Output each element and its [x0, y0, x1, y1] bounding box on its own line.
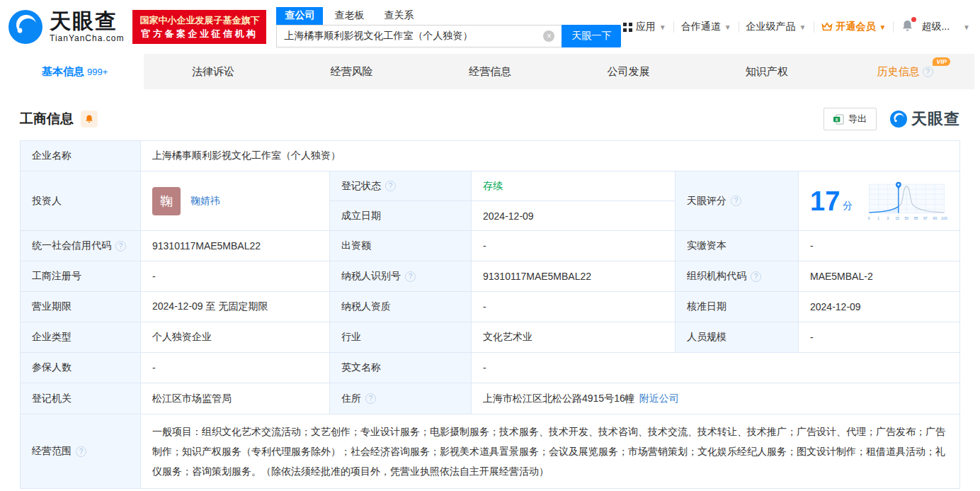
field-label-staff-size: 人员规模 [676, 322, 799, 353]
company-nav-tabs: 基本信息 999+ 法律诉讼 经营风险 经营信息 公司发展 知识产权 历史信息 … [6, 54, 974, 89]
field-value-reg-number: - [141, 261, 330, 292]
field-value-establish-date: 2024-12-09 [472, 201, 676, 231]
tianyancha-logo[interactable]: 天眼查 TianYanCha.com [7, 9, 124, 45]
field-label-taxpayer-qualification: 纳税人资质 [330, 292, 472, 322]
help-icon[interactable]: ? [385, 181, 396, 191]
field-label-paid-capital: 实缴资本 [676, 231, 799, 261]
field-value-tianyan-score: 17 分 [799, 171, 960, 231]
field-label-reg-number: 工商注册号 [21, 261, 141, 292]
search-tabs: 查公司 查老板 查关系 [276, 6, 621, 25]
help-icon[interactable]: ? [405, 271, 416, 282]
vip-badge: VIP [933, 57, 950, 66]
field-label-org-code: 组织机构代码 ? [676, 261, 799, 292]
field-value-insured-count: - [141, 353, 330, 383]
chevron-down-icon: ▼ [879, 23, 887, 31]
svg-text:x: x [836, 116, 838, 121]
field-value-org-code: MAE5MBAL-2 [799, 261, 960, 292]
tab-count-badge: 999+ [87, 67, 108, 77]
field-label-address: 住所 ? [330, 383, 472, 414]
tab-basic-info[interactable]: 基本信息 999+ [6, 54, 144, 89]
tab-intellectual-property[interactable]: 知识产权 [697, 54, 836, 89]
field-value-capital-contribution: - [472, 231, 676, 261]
watermark-logo: 天眼查 [889, 108, 960, 130]
monitor-bell-button[interactable] [81, 111, 98, 128]
field-label-taxpayer-id: 纳税人识别号 ? [330, 261, 472, 292]
notifications-button[interactable] [901, 19, 914, 35]
divider [814, 21, 814, 33]
field-value-business-term: 2024-12-09 至 无固定期限 [141, 292, 330, 322]
divider [739, 21, 739, 33]
tab-legal-proceedings[interactable]: 法律诉讼 [144, 54, 282, 89]
field-value-paid-capital: - [799, 231, 960, 261]
field-label-industry: 行业 [330, 322, 472, 353]
field-label-establish-date: 成立日期 [330, 201, 472, 231]
menu-item-membership[interactable]: 开通会员 ▼ [821, 21, 887, 33]
score-axis-label: 97 [923, 215, 928, 220]
help-icon[interactable]: ? [923, 67, 933, 77]
field-label-investor: 投资人 [21, 171, 141, 231]
investor-link[interactable]: 鞠婧祎 [190, 195, 220, 208]
page: 天眼查 TianYanCha.com 国家中小企业发展子基金旗下 官方备案企业征… [0, 0, 980, 491]
field-label-business-term: 营业期限 [21, 292, 141, 322]
score-unit: 分 [843, 200, 853, 213]
menu-item-cooperation[interactable]: 合作通道 ▼ [681, 21, 731, 33]
divider [673, 21, 674, 33]
search-tab-company[interactable]: 查公司 [276, 7, 323, 25]
help-icon[interactable]: ? [115, 241, 126, 252]
search-button[interactable]: 天眼一下 [562, 25, 621, 47]
tab-operation-info[interactable]: 经营信息 [421, 54, 559, 89]
tab-company-development[interactable]: 公司发展 [559, 54, 697, 89]
tab-history-info[interactable]: 历史信息 ? VIP [836, 54, 974, 89]
search-area: 查公司 查老板 查关系 × 天眼一下 [276, 6, 621, 47]
menu-item-apps[interactable]: 应用 ▼ [623, 21, 666, 33]
help-icon[interactable]: ? [731, 196, 741, 206]
field-label-company-name: 企业名称 [21, 141, 141, 171]
export-button[interactable]: x 导出 [824, 108, 877, 130]
divider [893, 21, 894, 33]
field-value-company-name: 上海橘事顺利影视文化工作室（个人独资） [141, 141, 960, 171]
crown-icon [821, 22, 833, 32]
main-content: 工商信息 x 导出 [0, 108, 980, 489]
tianyancha-logo-icon [889, 110, 908, 128]
nearby-companies-link[interactable]: 附近公司 [639, 393, 679, 405]
bell-icon [84, 114, 94, 124]
score-axis-label: 50 [905, 215, 909, 220]
score-axis-label: 1 [877, 215, 879, 220]
investor-avatar[interactable]: 鞠 [152, 187, 181, 215]
tab-operation-risk[interactable]: 经营风险 [283, 54, 421, 89]
top-menu: 应用 ▼ 合作通道 ▼ 企业级产品 ▼ 开通会员 ▼ [623, 19, 970, 35]
help-icon[interactable]: ? [751, 271, 761, 282]
chevron-down-icon: ▼ [963, 23, 970, 31]
field-value-industry: 文化艺术业 [472, 322, 676, 353]
field-value-reg-authority: 松江区市场监管局 [141, 383, 330, 414]
score-distribution-chart: 0 1 3 15 50 85 97 99 100 [865, 176, 948, 226]
help-icon[interactable]: ? [76, 446, 86, 457]
business-info-table: 企业名称 上海橘事顺利影视文化工作室（个人独资） 投资人 鞠 鞠婧祎 登记状态 … [20, 140, 960, 489]
field-value-company-type: 个人独资企业 [141, 322, 330, 353]
score-axis-label: 0 [868, 215, 870, 220]
field-value-staff-size: - [799, 322, 960, 353]
menu-item-account[interactable]: 超级... ▼ [921, 21, 970, 33]
certification-badge: 国家中小企业发展子基金旗下 官方备案企业征信机构 [132, 10, 266, 44]
field-label-tianyan-score: 天眼评分 ? [676, 171, 799, 231]
field-label-capital-contribution: 出资额 [330, 231, 472, 261]
tianyancha-logo-icon [7, 9, 44, 45]
search-input[interactable] [276, 25, 562, 47]
menu-item-enterprise[interactable]: 企业级产品 ▼ [746, 21, 807, 33]
certification-line2: 官方备案企业征信机构 [139, 27, 259, 40]
field-label-approval-date: 核准日期 [676, 292, 799, 322]
watermark-text: 天眼查 [911, 108, 960, 130]
certification-line1: 国家中小企业发展子基金旗下 [139, 13, 259, 27]
section-title: 工商信息 [20, 110, 74, 128]
help-icon[interactable]: ? [365, 393, 376, 404]
field-label-business-scope: 经营范围 ? [21, 414, 141, 489]
field-value-address: 上海市松江区北松公路4915号16幢 附近公司 [472, 383, 960, 414]
search-tab-relation[interactable]: 查关系 [375, 7, 422, 25]
field-value-taxpayer-qualification: - [472, 292, 676, 322]
field-label-reg-status: 登记状态 ? [330, 171, 472, 201]
score-number: 17 [810, 188, 840, 215]
score-axis-labels: 0 1 3 15 50 85 97 99 100 [868, 215, 947, 220]
field-label-credit-code: 统一社会信用代码 ? [21, 231, 141, 261]
field-value-credit-code: 91310117MAE5MBAL22 [141, 231, 330, 261]
search-tab-boss[interactable]: 查老板 [326, 7, 372, 25]
